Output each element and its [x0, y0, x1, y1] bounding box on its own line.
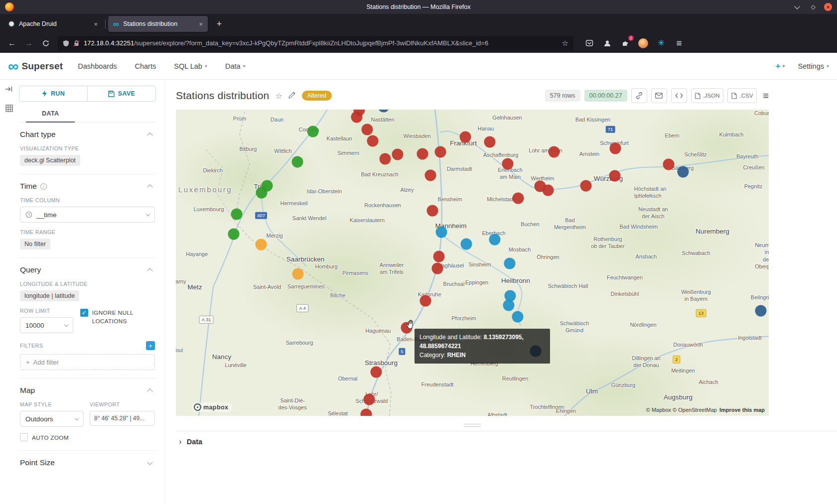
profile-avatar[interactable]: [637, 37, 649, 49]
scatter-point-red[interactable]: [549, 146, 560, 158]
address-bar[interactable]: 172.18.0.4:32251/superset/explore/?form_…: [58, 36, 573, 51]
nav-item-sql-lab[interactable]: SQL Lab▾: [174, 62, 207, 70]
settings-dropdown[interactable]: Settings▾: [798, 62, 829, 70]
forward-button[interactable]: →: [22, 36, 36, 50]
scatter-point-teal[interactable]: [489, 234, 501, 246]
scatter-point-red[interactable]: [380, 153, 391, 165]
scatter-point-teal[interactable]: [512, 311, 524, 323]
reload-button[interactable]: [39, 36, 53, 50]
scatter-point-orange[interactable]: [256, 239, 267, 251]
viz-type-value[interactable]: deck.gl Scatterplot: [20, 155, 80, 166]
improve-map-link[interactable]: Improve this map: [719, 407, 765, 413]
back-button[interactable]: ←: [5, 36, 19, 50]
scatter-point-red[interactable]: [371, 367, 382, 378]
scatter-point-red[interactable]: [392, 149, 404, 160]
auto-zoom-checkbox[interactable]: [20, 433, 28, 441]
scatter-point-red[interactable]: [543, 185, 554, 196]
scatter-point-red[interactable]: [432, 263, 443, 274]
scatter-point-green[interactable]: [307, 126, 319, 137]
add-filter-plus-button[interactable]: +: [146, 341, 155, 350]
scatter-point-red[interactable]: [609, 170, 621, 182]
collapse-chevron-icon[interactable]: [147, 132, 152, 138]
tab-data[interactable]: DATA: [26, 110, 75, 123]
attribution-text[interactable]: © Mapbox © OpenStreetMap: [646, 407, 717, 413]
scatter-point-red[interactable]: [513, 193, 524, 204]
scatter-point-blue[interactable]: [755, 305, 767, 317]
download-csv-button[interactable]: .CSV: [727, 88, 757, 103]
scatter-point-red[interactable]: [427, 205, 438, 217]
edit-properties-icon[interactable]: [288, 91, 296, 101]
tab-close-icon[interactable]: ×: [94, 20, 98, 28]
time-column-select[interactable]: __time: [20, 207, 155, 223]
tab-apache-druid[interactable]: Apache Druid ×: [3, 16, 103, 32]
expand-chevron-icon[interactable]: [147, 459, 152, 465]
scatter-point-red[interactable]: [425, 170, 436, 181]
ignore-null-checkbox[interactable]: ✓: [80, 309, 88, 317]
scatter-point-red[interactable]: [420, 295, 431, 307]
scatter-point-orange[interactable]: [292, 268, 304, 280]
save-button[interactable]: SAVE: [87, 86, 156, 102]
collapse-chevron-icon[interactable]: [147, 388, 152, 394]
scatter-point-green[interactable]: [292, 156, 303, 168]
altered-badge[interactable]: Altered: [302, 91, 332, 101]
run-button[interactable]: RUN: [19, 86, 88, 102]
scatter-point-red[interactable]: [460, 131, 471, 143]
nav-item-charts[interactable]: Charts: [135, 62, 156, 70]
scatter-point-teal[interactable]: [503, 300, 515, 311]
scatter-point-teal[interactable]: [504, 258, 516, 269]
window-minimize-icon[interactable]: [794, 3, 802, 11]
expand-datasource-icon[interactable]: [4, 85, 13, 94]
add-filter-field[interactable]: + Add filter: [20, 354, 155, 370]
scatter-point-green[interactable]: [228, 229, 240, 240]
copy-link-button[interactable]: [631, 88, 647, 103]
window-maximize-icon[interactable]: ◇: [809, 3, 817, 11]
tracking-shield-icon[interactable]: [63, 40, 69, 47]
extension-star-icon[interactable]: ✳: [655, 37, 667, 49]
window-close-icon[interactable]: ×: [824, 3, 832, 11]
data-panel-header[interactable]: › Data: [176, 431, 837, 446]
scatter-point-green[interactable]: [256, 187, 268, 199]
scatter-point-red[interactable]: [484, 136, 496, 148]
scatter-point-red[interactable]: [433, 251, 445, 262]
info-icon[interactable]: i: [40, 183, 47, 190]
map-canvas[interactable]: Longitude and Latitude: 8.1359273095, 48…: [176, 110, 769, 416]
email-button[interactable]: [651, 88, 667, 103]
expand-data-chevron-icon[interactable]: ›: [179, 437, 182, 446]
nav-item-data[interactable]: Data▾: [225, 62, 246, 70]
viewport-value[interactable]: 8° 46' 45.28" | 49...: [90, 411, 155, 426]
scatter-point-blue[interactable]: [678, 166, 689, 178]
account-icon[interactable]: [601, 37, 613, 49]
favorite-star-icon[interactable]: ☆: [275, 91, 282, 101]
scatter-point-red[interactable]: [367, 135, 379, 147]
resize-drag-handle[interactable]: [464, 424, 481, 427]
chart-menu-icon[interactable]: ≡: [763, 90, 769, 102]
scatter-point-green[interactable]: [231, 209, 243, 220]
scatter-point-red[interactable]: [435, 146, 446, 158]
nav-item-dashboards[interactable]: Dashboards: [78, 62, 117, 70]
extensions-puzzle-icon[interactable]: 2: [619, 37, 631, 49]
scatter-point-red[interactable]: [663, 159, 675, 170]
scatter-point-red[interactable]: [580, 180, 592, 192]
scatter-point-red[interactable]: [364, 394, 375, 405]
download-json-button[interactable]: .JSON: [691, 88, 724, 103]
scatter-point-teal[interactable]: [461, 239, 472, 250]
mapbox-logo[interactable]: mapbox: [192, 402, 233, 412]
embed-code-button[interactable]: [671, 88, 687, 103]
collapse-chevron-icon[interactable]: [147, 268, 152, 273]
scatter-point-red[interactable]: [417, 148, 428, 160]
superset-brand[interactable]: ∞ Superset: [8, 59, 63, 74]
bookmark-star-icon[interactable]: ☆: [562, 39, 568, 48]
firefox-menu-icon[interactable]: ≡: [673, 37, 685, 49]
lonlat-value[interactable]: longitude | latitude: [20, 290, 79, 301]
tab-close-icon[interactable]: ×: [199, 20, 203, 28]
datasource-grid-icon[interactable]: [4, 104, 13, 113]
new-tab-button[interactable]: +: [213, 19, 226, 29]
collapse-chevron-icon[interactable]: [147, 184, 152, 190]
tab-stations-distribution[interactable]: ∞ Stations distribution ×: [108, 16, 208, 32]
map-style-select[interactable]: Outdoors: [20, 411, 84, 427]
scatter-point-teal[interactable]: [436, 227, 447, 238]
scatter-point-red[interactable]: [610, 143, 621, 154]
row-limit-select[interactable]: 10000: [20, 317, 73, 333]
insecure-lock-icon[interactable]: [73, 40, 80, 47]
scatter-point-red[interactable]: [362, 124, 373, 135]
